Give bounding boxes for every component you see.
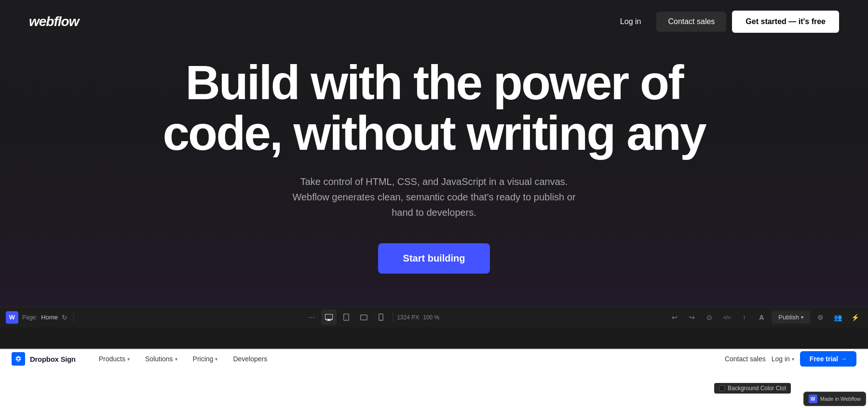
- site-nav-developers[interactable]: Developers: [225, 350, 275, 369]
- site-nav-products[interactable]: Products ▾: [91, 350, 137, 369]
- ellipsis-icon: ⊙: [706, 314, 712, 321]
- site-logo-text: Dropbox Sign: [30, 355, 76, 363]
- webflow-badge-logo: W: [809, 395, 817, 403]
- toolbar-separator-1: [73, 313, 74, 322]
- bg-color-panel: Background Color Clot: [714, 383, 791, 394]
- site-nav-bar: Dropbox Sign Products ▾ Solutions ▾ Pric…: [0, 349, 868, 368]
- code-button[interactable]: </>: [719, 310, 734, 325]
- site-nav-pricing[interactable]: Pricing ▾: [185, 350, 226, 369]
- svg-point-7: [380, 319, 381, 320]
- tablet-icon: [343, 314, 349, 321]
- publish-label: Publish: [778, 314, 799, 321]
- get-started-button[interactable]: Get started — it's free: [732, 11, 839, 33]
- made-in-webflow-badge[interactable]: W Made in Webflow: [803, 392, 866, 406]
- toolbar-right-actions: ↩ ↪ ⊙ </> ↑ A Publish: [667, 310, 862, 325]
- resolution-display: 1324 PX 100 %: [397, 314, 439, 321]
- site-login[interactable]: Log in ▾: [772, 355, 794, 363]
- redo-button[interactable]: ↪: [685, 310, 699, 325]
- zap-icon: ⚡: [851, 314, 859, 321]
- refresh-icon[interactable]: ↻: [62, 314, 68, 321]
- export-button[interactable]: ↑: [737, 310, 751, 325]
- more-options-button[interactable]: ⋯: [304, 310, 319, 325]
- resolution-value: 1324 PX: [397, 314, 419, 321]
- site-logo-area: Dropbox Sign: [12, 352, 76, 366]
- mobile-portrait-icon: [379, 314, 383, 321]
- zap-button[interactable]: ⚡: [848, 310, 862, 325]
- code-icon: </>: [723, 315, 731, 320]
- font-button[interactable]: A: [754, 310, 769, 325]
- users-button[interactable]: 👥: [830, 310, 845, 325]
- nav-right-section: Log in Contact sales Get started — it's …: [610, 11, 839, 33]
- arrow-right-icon: →: [841, 355, 847, 362]
- webflow-logo: webflow: [29, 14, 79, 29]
- contact-sales-button[interactable]: Contact sales: [656, 12, 726, 32]
- toolbar-separator-2: [393, 313, 393, 322]
- browser-bar: Dropbox Sign Products ▾ Solutions ▾ Pric…: [0, 349, 868, 408]
- export-icon: ↑: [743, 314, 746, 321]
- page-info: Page: Home ↻: [22, 314, 68, 321]
- dropbox-icon: [14, 355, 22, 363]
- redo-icon: ↪: [689, 314, 695, 321]
- mobile-landscape-icon: [360, 315, 367, 320]
- webflow-landing-page: webflow Log in Contact sales Get started…: [0, 0, 868, 328]
- more-icon: ⋯: [308, 314, 315, 321]
- svg-rect-2: [326, 320, 331, 321]
- site-nav-right: Contact sales Log in ▾ Free trial →: [725, 351, 856, 367]
- bg-color-label: Background Color Clot: [728, 385, 786, 392]
- settings-icon: ⚙: [817, 314, 824, 321]
- undo-icon: ↩: [672, 314, 678, 321]
- zoom-value: 100 %: [423, 314, 439, 321]
- start-building-button[interactable]: Start building: [378, 243, 490, 274]
- tablet-view-button[interactable]: [339, 310, 354, 325]
- publish-button[interactable]: Publish ▾: [772, 311, 810, 324]
- settings-button[interactable]: ⚙: [813, 310, 827, 325]
- svg-point-4: [346, 319, 347, 320]
- chevron-down-icon: ▾: [175, 356, 177, 362]
- mobile-portrait-button[interactable]: [373, 310, 389, 325]
- chevron-down-icon: ▾: [215, 356, 217, 362]
- svg-rect-5: [360, 315, 367, 320]
- svg-rect-0: [325, 314, 333, 319]
- font-icon: A: [759, 314, 764, 321]
- free-trial-button[interactable]: Free trial →: [800, 351, 856, 367]
- hero-title: Build with the power of code, without wr…: [163, 57, 705, 158]
- webflow-editor-logo[interactable]: W: [6, 311, 18, 324]
- page-name[interactable]: Home: [41, 314, 58, 321]
- more-actions-button[interactable]: ⊙: [702, 310, 717, 325]
- site-contact-sales[interactable]: Contact sales: [725, 355, 766, 363]
- desktop-view-button[interactable]: [321, 310, 337, 325]
- made-in-webflow-text: Made in Webflow: [820, 396, 861, 402]
- page-label: Page:: [22, 314, 37, 321]
- toolbar-device-icons: ⋯: [80, 310, 664, 325]
- hero-section: Build with the power of code, without wr…: [0, 43, 868, 306]
- undo-button[interactable]: ↩: [667, 310, 682, 325]
- users-icon: 👥: [834, 314, 842, 321]
- dropbox-sign-logo-icon: [12, 352, 25, 366]
- chevron-down-icon: ▾: [792, 356, 794, 362]
- login-button[interactable]: Log in: [610, 13, 651, 31]
- hero-subtitle: Take control of HTML, CSS, and JavaScrip…: [289, 174, 579, 220]
- desktop-icon: [325, 314, 333, 321]
- chevron-down-icon: ▾: [801, 315, 803, 320]
- bg-color-swatch[interactable]: [719, 385, 725, 391]
- svg-rect-1: [328, 319, 330, 320]
- mobile-landscape-button[interactable]: [356, 310, 371, 325]
- site-nav-solutions[interactable]: Solutions ▾: [137, 350, 185, 369]
- editor-toolbar: W Page: Home ↻ ⋯: [0, 306, 868, 328]
- chevron-down-icon: ▾: [127, 356, 130, 362]
- main-nav: webflow Log in Contact sales Get started…: [0, 0, 868, 43]
